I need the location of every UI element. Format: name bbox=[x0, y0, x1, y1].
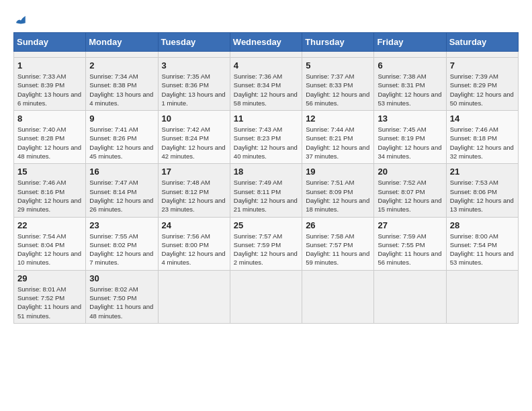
day-number: 14 bbox=[450, 113, 515, 124]
day-info: Sunrise: 7:49 AMSunset: 8:11 PMDaylight:… bbox=[234, 178, 298, 214]
day-info: Sunrise: 7:39 AMSunset: 8:29 PMDaylight:… bbox=[450, 72, 515, 107]
calendar-week-2: 1 Sunrise: 7:33 AMSunset: 8:39 PMDayligh… bbox=[14, 58, 519, 111]
calendar-cell: 7 Sunrise: 7:39 AMSunset: 8:29 PMDayligh… bbox=[446, 58, 518, 111]
calendar-cell: 14 Sunrise: 7:46 AMSunset: 8:18 PMDaylig… bbox=[446, 111, 518, 164]
calendar-cell bbox=[230, 270, 302, 323]
calendar-cell: 2 Sunrise: 7:34 AMSunset: 8:38 PMDayligh… bbox=[86, 58, 158, 111]
calendar-week-4: 15 Sunrise: 7:46 AMSunset: 8:16 PMDaylig… bbox=[14, 164, 519, 217]
day-number: 10 bbox=[162, 113, 226, 124]
calendar-cell: 19 Sunrise: 7:51 AMSunset: 8:09 PMDaylig… bbox=[302, 164, 374, 217]
calendar-cell: 13 Sunrise: 7:45 AMSunset: 8:19 PMDaylig… bbox=[374, 111, 446, 164]
column-header-saturday: Saturday bbox=[446, 33, 518, 52]
day-info: Sunrise: 7:35 AMSunset: 8:36 PMDaylight:… bbox=[162, 72, 226, 107]
day-number: 16 bbox=[89, 167, 154, 177]
day-number: 21 bbox=[450, 167, 515, 177]
day-number: 3 bbox=[162, 60, 226, 71]
day-number: 22 bbox=[17, 220, 82, 230]
column-header-friday: Friday bbox=[374, 33, 446, 52]
column-header-tuesday: Tuesday bbox=[158, 33, 230, 52]
logo bbox=[13, 13, 27, 26]
day-number: 30 bbox=[89, 273, 154, 283]
calendar-cell: 16 Sunrise: 7:47 AMSunset: 8:14 PMDaylig… bbox=[86, 164, 158, 217]
day-info: Sunrise: 7:40 AMSunset: 8:28 PMDaylight:… bbox=[17, 125, 82, 161]
day-info: Sunrise: 7:54 AMSunset: 8:04 PMDaylight:… bbox=[17, 232, 82, 267]
calendar-cell bbox=[446, 52, 518, 58]
day-info: Sunrise: 7:56 AMSunset: 8:00 PMDaylight:… bbox=[162, 232, 226, 267]
calendar-header-row: SundayMondayTuesdayWednesdayThursdayFrid… bbox=[14, 33, 519, 52]
calendar-week-1 bbox=[14, 52, 519, 58]
day-info: Sunrise: 7:36 AMSunset: 8:34 PMDaylight:… bbox=[234, 72, 298, 107]
day-info: Sunrise: 7:53 AMSunset: 8:06 PMDaylight:… bbox=[450, 178, 515, 214]
day-number: 5 bbox=[306, 60, 370, 71]
calendar-cell: 6 Sunrise: 7:38 AMSunset: 8:31 PMDayligh… bbox=[374, 58, 446, 111]
calendar-cell bbox=[302, 270, 374, 323]
day-info: Sunrise: 7:55 AMSunset: 8:02 PMDaylight:… bbox=[89, 232, 154, 267]
day-number: 26 bbox=[306, 220, 370, 230]
day-number: 24 bbox=[162, 220, 226, 230]
day-number: 12 bbox=[306, 113, 370, 124]
column-header-monday: Monday bbox=[86, 33, 158, 52]
calendar-cell bbox=[446, 270, 518, 323]
calendar-cell bbox=[302, 52, 374, 58]
day-number: 19 bbox=[306, 167, 370, 177]
calendar-cell: 12 Sunrise: 7:44 AMSunset: 8:21 PMDaylig… bbox=[302, 111, 374, 164]
day-info: Sunrise: 7:57 AMSunset: 7:59 PMDaylight:… bbox=[234, 232, 298, 267]
day-info: Sunrise: 7:44 AMSunset: 8:21 PMDaylight:… bbox=[306, 125, 370, 161]
calendar-cell: 17 Sunrise: 7:48 AMSunset: 8:12 PMDaylig… bbox=[158, 164, 230, 217]
day-info: Sunrise: 7:46 AMSunset: 8:18 PMDaylight:… bbox=[450, 125, 515, 161]
day-number: 27 bbox=[378, 220, 442, 230]
calendar-cell: 26 Sunrise: 7:58 AMSunset: 7:57 PMDaylig… bbox=[302, 217, 374, 270]
calendar-cell bbox=[230, 52, 302, 58]
calendar-cell: 1 Sunrise: 7:33 AMSunset: 8:39 PMDayligh… bbox=[14, 58, 86, 111]
calendar-cell bbox=[374, 52, 446, 58]
day-number: 9 bbox=[89, 113, 154, 124]
calendar-cell: 27 Sunrise: 7:59 AMSunset: 7:55 PMDaylig… bbox=[374, 217, 446, 270]
calendar-cell: 23 Sunrise: 7:55 AMSunset: 8:02 PMDaylig… bbox=[86, 217, 158, 270]
calendar-cell: 29 Sunrise: 8:01 AMSunset: 7:52 PMDaylig… bbox=[14, 270, 86, 323]
day-info: Sunrise: 7:34 AMSunset: 8:38 PMDaylight:… bbox=[89, 72, 154, 107]
day-info: Sunrise: 7:46 AMSunset: 8:16 PMDaylight:… bbox=[17, 178, 82, 214]
calendar-week-6: 29 Sunrise: 8:01 AMSunset: 7:52 PMDaylig… bbox=[14, 270, 519, 323]
day-number: 20 bbox=[378, 167, 442, 177]
calendar-cell: 3 Sunrise: 7:35 AMSunset: 8:36 PMDayligh… bbox=[158, 58, 230, 111]
column-header-thursday: Thursday bbox=[302, 33, 374, 52]
day-number: 1 bbox=[17, 60, 82, 71]
calendar-cell: 9 Sunrise: 7:41 AMSunset: 8:26 PMDayligh… bbox=[86, 111, 158, 164]
logo-icon bbox=[15, 13, 27, 26]
calendar-cell bbox=[158, 52, 230, 58]
day-number: 18 bbox=[234, 167, 298, 177]
day-number: 7 bbox=[450, 60, 515, 71]
day-info: Sunrise: 7:38 AMSunset: 8:31 PMDaylight:… bbox=[378, 72, 442, 107]
day-number: 8 bbox=[17, 113, 82, 124]
day-info: Sunrise: 7:37 AMSunset: 8:33 PMDaylight:… bbox=[306, 72, 370, 107]
day-info: Sunrise: 7:51 AMSunset: 8:09 PMDaylight:… bbox=[306, 178, 370, 214]
calendar-cell: 20 Sunrise: 7:52 AMSunset: 8:07 PMDaylig… bbox=[374, 164, 446, 217]
day-info: Sunrise: 7:43 AMSunset: 8:23 PMDaylight:… bbox=[234, 125, 298, 161]
calendar-cell: 11 Sunrise: 7:43 AMSunset: 8:23 PMDaylig… bbox=[230, 111, 302, 164]
day-info: Sunrise: 8:01 AMSunset: 7:52 PMDaylight:… bbox=[17, 285, 82, 320]
calendar-cell: 8 Sunrise: 7:40 AMSunset: 8:28 PMDayligh… bbox=[14, 111, 86, 164]
day-info: Sunrise: 7:48 AMSunset: 8:12 PMDaylight:… bbox=[162, 178, 226, 214]
column-header-wednesday: Wednesday bbox=[230, 33, 302, 52]
day-number: 15 bbox=[17, 167, 82, 177]
day-info: Sunrise: 7:45 AMSunset: 8:19 PMDaylight:… bbox=[378, 125, 442, 161]
day-info: Sunrise: 7:52 AMSunset: 8:07 PMDaylight:… bbox=[378, 178, 442, 214]
day-number: 13 bbox=[378, 113, 442, 124]
calendar-cell: 22 Sunrise: 7:54 AMSunset: 8:04 PMDaylig… bbox=[14, 217, 86, 270]
page-header bbox=[13, 13, 519, 26]
day-number: 2 bbox=[89, 60, 154, 71]
calendar-cell: 28 Sunrise: 8:00 AMSunset: 7:54 PMDaylig… bbox=[446, 217, 518, 270]
calendar-cell bbox=[14, 52, 86, 58]
day-number: 23 bbox=[89, 220, 154, 230]
day-info: Sunrise: 8:02 AMSunset: 7:50 PMDaylight:… bbox=[89, 285, 154, 320]
day-number: 4 bbox=[234, 60, 298, 71]
calendar-cell bbox=[86, 52, 158, 58]
day-info: Sunrise: 7:42 AMSunset: 8:24 PMDaylight:… bbox=[162, 125, 226, 161]
calendar-cell: 30 Sunrise: 8:02 AMSunset: 7:50 PMDaylig… bbox=[86, 270, 158, 323]
day-info: Sunrise: 7:59 AMSunset: 7:55 PMDaylight:… bbox=[378, 232, 442, 267]
day-number: 6 bbox=[378, 60, 442, 71]
calendar-cell: 10 Sunrise: 7:42 AMSunset: 8:24 PMDaylig… bbox=[158, 111, 230, 164]
day-info: Sunrise: 7:58 AMSunset: 7:57 PMDaylight:… bbox=[306, 232, 370, 267]
day-number: 29 bbox=[17, 273, 82, 283]
calendar-cell: 21 Sunrise: 7:53 AMSunset: 8:06 PMDaylig… bbox=[446, 164, 518, 217]
